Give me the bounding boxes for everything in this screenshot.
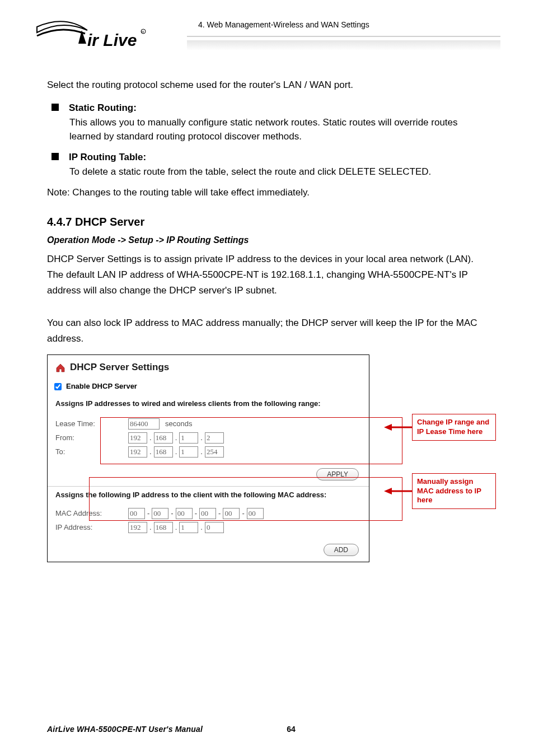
- from-ip-octet-3[interactable]: [179, 432, 198, 444]
- apply-button[interactable]: APPLY: [316, 468, 359, 480]
- enable-dhcp-checkbox[interactable]: [54, 383, 62, 390]
- bullet-static-routing: Static Routing: This allows you to manua…: [47, 101, 487, 144]
- lease-time-label: Lease Time:: [55, 419, 128, 430]
- bullet-body: This allows you to manually configure st…: [69, 116, 487, 143]
- brand-logo: ir Live R: [34, 17, 151, 56]
- ip-octet-1[interactable]: [128, 522, 147, 533]
- from-label: From:: [55, 433, 128, 444]
- note-text: Note: Changes to the routing table will …: [47, 186, 487, 200]
- section-heading: 4.4.7 DHCP Server: [47, 214, 487, 230]
- mac-octet-5[interactable]: [223, 508, 240, 519]
- mac-octet-3[interactable]: [176, 508, 193, 519]
- panel-title: DHCP Server Settings: [70, 361, 169, 375]
- svg-marker-5: [384, 488, 392, 494]
- callout-mac: Manually assign MAC address to IP here: [412, 473, 496, 510]
- bullet-ip-routing-table: IP Routing Table: To delete a static rou…: [47, 151, 487, 179]
- header-rule: [187, 36, 500, 53]
- section-paragraph: You can also lock IP address to MAC addr…: [47, 315, 487, 347]
- svg-text:R: R: [142, 30, 144, 34]
- to-ip-octet-2[interactable]: [154, 446, 173, 458]
- to-ip-octet-1[interactable]: [128, 446, 147, 458]
- lease-time-input[interactable]: [128, 418, 160, 430]
- from-ip-octet-4[interactable]: [205, 432, 224, 444]
- mac-octet-1[interactable]: [128, 508, 145, 519]
- footer-manual-title: AirLive WHA-5500CPE-NT User's Manual: [47, 725, 203, 734]
- svg-marker-3: [384, 424, 392, 431]
- mac-octet-4[interactable]: [199, 508, 216, 519]
- square-bullet-icon: [51, 104, 59, 111]
- dhcp-settings-panel: DHCP Server Settings Enable DHCP Server …: [47, 354, 369, 562]
- square-bullet-icon: [51, 153, 59, 160]
- callout-range: Change IP range and IP Lease Time here: [412, 414, 496, 441]
- mac-octet-2[interactable]: [152, 508, 168, 519]
- chapter-title: 4. Web Management-Wireless and WAN Setti…: [187, 20, 369, 29]
- mac-address-label: MAC Address:: [55, 508, 128, 519]
- intro-text: Select the routing protocol scheme used …: [47, 78, 487, 92]
- to-label: To:: [55, 447, 128, 458]
- arrow-left-icon: [384, 486, 412, 497]
- to-ip-octet-4[interactable]: [205, 446, 224, 458]
- mac-section-label: Assigns the following IP address to the …: [48, 490, 369, 504]
- range-section-label: Assigns IP addresses to wired and wirele…: [48, 399, 369, 413]
- ip-address-label: IP Address:: [55, 522, 128, 533]
- bullet-title: Static Routing:: [69, 101, 137, 115]
- ip-octet-2[interactable]: [154, 522, 173, 533]
- page-number: 64: [287, 725, 296, 734]
- breadcrumb: Operation Mode -> Setup -> IP Routing Se…: [47, 234, 487, 246]
- mac-octet-6[interactable]: [247, 508, 264, 519]
- seconds-label: seconds: [165, 419, 192, 430]
- from-ip-octet-1[interactable]: [128, 432, 147, 444]
- ip-octet-4[interactable]: [205, 522, 224, 533]
- enable-dhcp-label: Enable DHCP Server: [66, 381, 137, 392]
- ip-octet-3[interactable]: [179, 522, 198, 533]
- arrow-left-icon: [384, 422, 412, 433]
- section-paragraph: DHCP Server Settings is to assign privat…: [47, 251, 487, 298]
- bullet-title: IP Routing Table:: [69, 151, 146, 165]
- bullet-body: To delete a static route from the table,…: [69, 165, 487, 179]
- from-ip-octet-2[interactable]: [154, 432, 173, 444]
- to-ip-octet-3[interactable]: [179, 446, 198, 458]
- add-button[interactable]: ADD: [324, 544, 359, 556]
- house-icon: [55, 363, 65, 372]
- brand-text: ir Live: [87, 31, 137, 49]
